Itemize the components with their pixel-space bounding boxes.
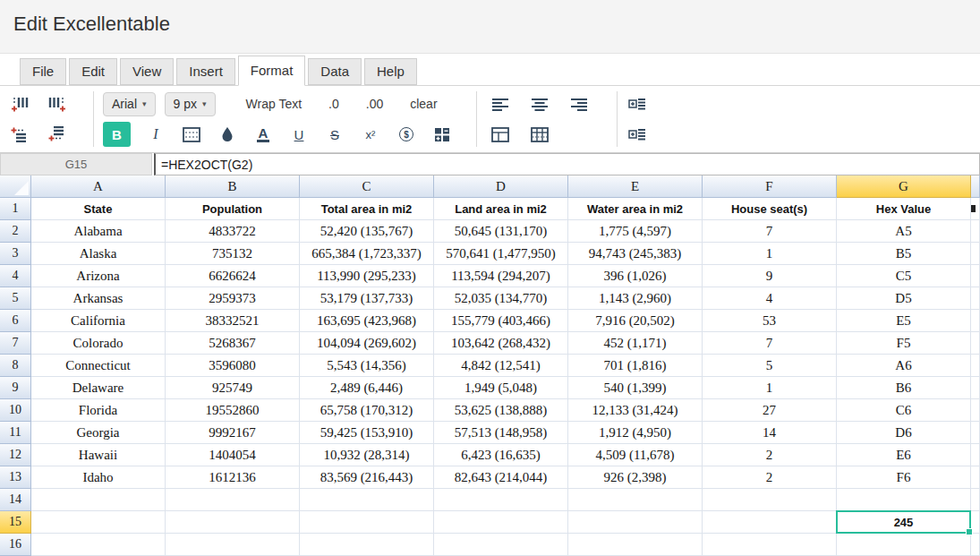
insert-row-below-button[interactable] [47,123,68,146]
cell-C3[interactable]: 665,384 (1,723,337) [300,243,434,265]
cell-A5[interactable]: Arkansas [31,287,166,310]
align-right-button[interactable] [568,92,590,115]
cell-C1[interactable]: Total area in mi2 [300,198,434,220]
cell-C2[interactable]: 52,420 (135,767) [300,220,434,243]
cell-B9[interactable]: 925749 [166,377,300,399]
cell-B15[interactable] [166,511,300,534]
cell-G13[interactable]: F6 [837,466,971,489]
cell-A1[interactable]: State [31,198,166,220]
cell-F14[interactable] [703,489,837,511]
cell-reference-box[interactable]: G15 [0,153,152,175]
merge-cells-button[interactable] [431,123,453,146]
cell-A2[interactable]: Alabama [31,220,166,243]
cell-E3[interactable]: 94,743 (245,383) [568,243,703,265]
cell-F9[interactable]: 1 [703,377,837,399]
cell-F15[interactable] [703,511,837,534]
formula-input[interactable]: =HEX2OCT(G2) [154,153,980,175]
cell-B7[interactable]: 5268367 [166,332,300,355]
row-header-3[interactable]: 3 [0,243,31,265]
cell-B16[interactable] [166,534,300,556]
cell-A15[interactable] [31,511,166,534]
font-family-dropdown[interactable]: Arial [103,92,156,116]
border-style-button[interactable] [181,123,202,146]
cell-F10[interactable]: 27 [703,399,837,422]
cell-C7[interactable]: 104,094 (269,602) [300,332,434,355]
indent-decrease-button[interactable] [626,123,648,146]
row-header-13[interactable]: 13 [0,466,31,489]
cell-G10[interactable]: C6 [837,399,971,422]
indent-increase-button[interactable] [626,92,648,115]
cell-A8[interactable]: Connecticut [31,355,166,377]
tab-help[interactable]: Help [364,58,417,85]
cell-G16[interactable] [837,534,971,556]
currency-format-button[interactable]: $ [396,123,417,146]
cell-G4[interactable]: C5 [837,265,971,287]
row-header-8[interactable]: 8 [0,355,31,377]
cell-F16[interactable] [703,534,837,556]
cell-D14[interactable] [434,489,568,511]
cell-E5[interactable]: 1,143 (2,960) [568,287,703,310]
column-header-F[interactable]: F [703,175,837,198]
cell-G8[interactable]: A6 [837,355,971,377]
tab-format[interactable]: Format [238,56,306,86]
cell-B4[interactable]: 6626624 [166,265,300,287]
cell-F3[interactable]: 1 [703,243,837,265]
cell-G14[interactable] [837,489,971,511]
underline-button[interactable]: U [288,123,310,146]
tab-file[interactable]: File [20,58,66,85]
cell-C5[interactable]: 53,179 (137,733) [300,287,434,310]
cell-A4[interactable]: Arizona [31,265,166,287]
cell-A12[interactable]: Hawaii [31,444,166,466]
cell-G6[interactable]: E5 [837,310,971,332]
cell-G9[interactable]: B6 [837,377,971,399]
cell-E8[interactable]: 701 (1,816) [568,355,703,377]
clear-formatting-button[interactable]: clear [405,96,442,112]
cell-A13[interactable]: Idaho [31,466,166,489]
cell-E11[interactable]: 1,912 (4,950) [568,422,703,444]
row-header-1[interactable]: 1 [0,198,31,220]
cell-D7[interactable]: 103,642 (268,432) [434,332,568,355]
cell-B6[interactable]: 38332521 [166,310,300,332]
cell-F12[interactable]: 2 [703,444,837,466]
cell-F5[interactable]: 4 [703,287,837,310]
column-header-B[interactable]: B [166,175,300,198]
cell-E4[interactable]: 396 (1,026) [568,265,703,287]
cell-B1[interactable]: Population [166,198,300,220]
cell-B14[interactable] [166,489,300,511]
strikethrough-button[interactable]: S [324,123,345,146]
cell-A7[interactable]: Colorado [31,332,166,355]
cell-C15[interactable] [300,511,434,534]
cell-C14[interactable] [300,489,434,511]
cell-A11[interactable]: Georgia [31,422,166,444]
cell-D2[interactable]: 50,645 (131,170) [434,220,568,243]
cell-G7[interactable]: F5 [837,332,971,355]
cell-C12[interactable]: 10,932 (28,314) [300,444,434,466]
cell-B13[interactable]: 1612136 [166,466,300,489]
cell-G3[interactable]: B5 [837,243,971,265]
column-header-C[interactable]: C [300,175,434,198]
cell-B8[interactable]: 3596080 [166,355,300,377]
cell-D3[interactable]: 570,641 (1,477,950) [434,243,568,265]
cell-D1[interactable]: Land area in mi2 [434,198,568,220]
row-header-14[interactable]: 14 [0,489,31,511]
cell-G12[interactable]: E6 [837,444,971,466]
row-header-2[interactable]: 2 [0,220,31,243]
row-header-5[interactable]: 5 [0,287,31,310]
row-header-7[interactable]: 7 [0,332,31,355]
cell-A9[interactable]: Delaware [31,377,166,399]
italic-button[interactable]: I [145,123,166,146]
align-left-button[interactable] [490,92,511,115]
insert-column-left-button[interactable] [9,92,30,115]
cell-D8[interactable]: 4,842 (12,541) [434,355,568,377]
bold-button[interactable]: B [103,122,131,147]
cell-G15[interactable]: 245 [837,511,971,534]
cell-B5[interactable]: 2959373 [166,287,300,310]
cell-G2[interactable]: A5 [837,220,971,243]
select-all-corner[interactable] [0,175,31,198]
font-size-dropdown[interactable]: 9 px [165,92,216,116]
cell-B12[interactable]: 1404054 [166,444,300,466]
cell-E13[interactable]: 926 (2,398) [568,466,703,489]
cell-D15[interactable] [434,511,568,534]
cell-D5[interactable]: 52,035 (134,770) [434,287,568,310]
column-header-D[interactable]: D [434,175,568,198]
